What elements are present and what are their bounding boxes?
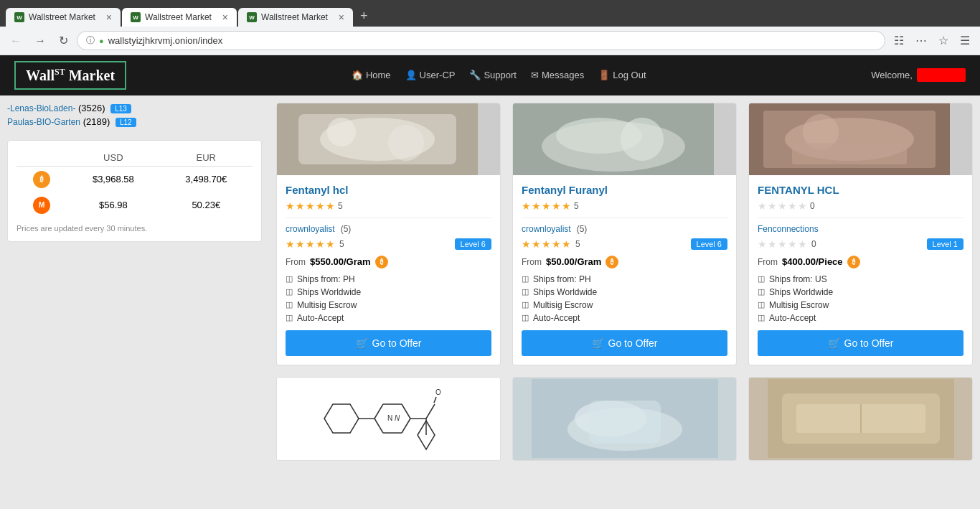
cart-icon-1: 🛒 <box>356 337 368 349</box>
price-box: USD EUR ₿ $3,968.58 3,498.70€ M <box>7 140 262 242</box>
chemical-structure-svg: N O N <box>296 379 482 458</box>
svg-line-24 <box>426 404 435 419</box>
browser-chrome: Wallstreet Market × Wallstreet Market × … <box>0 0 980 55</box>
price-amount-3: $400.00/Piece <box>782 256 843 267</box>
forward-button[interactable]: → <box>30 32 50 50</box>
reload-button[interactable]: ↻ <box>55 31 72 50</box>
bookmark-button[interactable]: ☆ <box>934 31 953 50</box>
powder-bag-svg <box>532 379 718 458</box>
product-image-2 <box>513 103 736 175</box>
page-layout: -Lenas-BioLaden- (3526) L13 Paulas-BIO-G… <box>0 95 980 468</box>
star-1-4: ★ <box>316 200 325 212</box>
svg-line-18 <box>402 404 410 419</box>
review-count-1: 5 <box>338 201 343 211</box>
go-to-offer-button-3[interactable]: 🛒 Go to Offer <box>758 330 963 356</box>
stars-3: ★ ★ ★ ★ ★ <box>758 200 807 212</box>
main-content: Fentanyl hcl ★ ★ ★ ★ ★ 5 crownloyali <box>269 95 980 468</box>
paulas-link[interactable]: Paulas-BIO-Garten <box>7 117 80 127</box>
bottom-card-2 <box>512 377 737 461</box>
star-1-3: ★ <box>306 200 315 212</box>
product-details-1: ◫ Ships from: PH ◫ Ships Worldwide ◫ Mul… <box>286 274 491 323</box>
svg-line-16 <box>374 404 383 419</box>
xmr-usd: $56.98 <box>67 192 159 218</box>
price-from-2: From <box>522 257 542 267</box>
product-details-3: ◫ Ships from: US ◫ Ships Worldwide ◫ Mul… <box>758 274 963 323</box>
svg-text:N: N <box>395 414 400 422</box>
star-1-1: ★ <box>286 200 295 212</box>
bottom-card-3 <box>748 377 973 461</box>
new-tab-button[interactable]: + <box>354 6 374 27</box>
secure-dot: ● <box>99 37 104 45</box>
product-grid: Fentanyl hcl ★ ★ ★ ★ ★ 5 crownloyali <box>276 103 973 365</box>
tab-close-3[interactable]: × <box>339 12 344 22</box>
review-count-2: 5 <box>574 201 579 211</box>
star-rating-2: ★ ★ ★ ★ ★ 5 <box>522 200 727 212</box>
seller-name-3[interactable]: Fenconnections <box>758 224 819 234</box>
auto-accept-3: ◫ Auto-Accept <box>758 313 963 323</box>
bottom-product-grid: N O N <box>276 377 973 461</box>
svg-rect-33 <box>589 401 661 444</box>
nav-logout[interactable]: 🚪 Log Out <box>598 70 646 80</box>
seller-review-1: 5 <box>339 239 344 249</box>
menu-button[interactable]: ☰ <box>956 31 974 50</box>
nav-user-cp[interactable]: 👤 User-CP <box>405 70 456 80</box>
price-amount-2: $50.00/Gram <box>546 256 601 267</box>
multisig-1: ◫ Multisig Escrow <box>286 300 491 310</box>
svg-point-3 <box>327 118 356 146</box>
bottom-card-1: N O N <box>276 377 501 461</box>
xmr-eur: 50.23€ <box>160 192 253 218</box>
price-row-2: From $50.00/Gram ₿ <box>522 256 727 268</box>
star-1-2: ★ <box>296 200 305 212</box>
nav-home[interactable]: 🏠 Home <box>352 70 391 80</box>
nav-messages[interactable]: ✉ Messages <box>531 70 584 80</box>
tab-favicon-1 <box>14 12 24 22</box>
product-title-3[interactable]: FENTANYL HCL <box>758 184 963 196</box>
sidebar-link-1: -Lenas-BioLaden- (3526) L13 <box>7 103 262 113</box>
xmr-icon: M <box>33 197 50 214</box>
seller-info-2: crownloyalist (5) <box>522 224 727 234</box>
svg-point-8 <box>621 118 664 161</box>
tab-bar: Wallstreet Market × Wallstreet Market × … <box>0 0 980 27</box>
sidebar-link-2: Paulas-BIO-Garten (2189) L12 <box>7 116 262 127</box>
auto-accept-icon-1: ◫ <box>286 313 293 322</box>
product-image-svg-1 <box>277 103 478 175</box>
tab-2[interactable]: Wallstreet Market × <box>122 8 237 27</box>
svg-line-19 <box>402 419 410 433</box>
btc-symbol-2: ₿ <box>606 256 618 268</box>
paulas-count: (2189) <box>83 116 110 127</box>
reader-button[interactable]: ☷ <box>890 31 908 50</box>
divider-3 <box>758 218 963 218</box>
tab-close-1[interactable]: × <box>106 12 112 22</box>
price-row-3: From $400.00/Piece ₿ <box>758 256 963 268</box>
seller-stars-3: ★ ★ ★ ★ ★ <box>758 238 807 250</box>
product-title-1[interactable]: Fentanyl hcl <box>286 184 491 196</box>
svg-text:N: N <box>387 414 392 422</box>
nav-support[interactable]: 🔧 Support <box>469 70 517 80</box>
xmr-row: M $56.98 50.23€ <box>17 192 253 218</box>
site-logo[interactable]: WallST Market <box>14 61 126 90</box>
product-title-2[interactable]: Fentanyl Furanyl <box>522 184 727 196</box>
tab-favicon-2 <box>131 12 141 22</box>
tab-close-2[interactable]: × <box>222 12 228 22</box>
address-bar[interactable]: ⓘ ● wallstyizjhkrvmj.onion/index <box>77 31 885 50</box>
ships-worldwide-icon-1: ◫ <box>286 287 293 296</box>
seller-name-1[interactable]: crownloyalist <box>286 224 335 234</box>
tab-favicon-3 <box>247 12 257 22</box>
seller-name-2[interactable]: crownloyalist <box>522 224 571 234</box>
nav-actions: ☷ ⋯ ☆ ☰ <box>890 31 974 50</box>
more-button[interactable]: ⋯ <box>911 31 931 50</box>
ships-from-1: ◫ Ships from: PH <box>286 274 491 284</box>
tab-1[interactable]: Wallstreet Market × <box>6 8 121 27</box>
lenas-link[interactable]: -Lenas-BioLaden- <box>7 103 75 113</box>
back-button[interactable]: ← <box>6 32 26 50</box>
sidebar: -Lenas-BioLaden- (3526) L13 Paulas-BIO-G… <box>0 95 269 468</box>
price-from-1: From <box>286 257 306 267</box>
go-to-offer-button-1[interactable]: 🛒 Go to Offer <box>286 330 491 356</box>
product-image-svg-2 <box>513 103 714 175</box>
tab-3[interactable]: Wallstreet Market × <box>238 8 353 27</box>
review-count-3: 0 <box>810 201 815 211</box>
go-to-offer-button-2[interactable]: 🛒 Go to Offer <box>522 330 727 356</box>
site-header: WallST Market 🏠 Home 👤 User-CP 🔧 Support… <box>0 55 980 95</box>
btc-symbol-3: ₿ <box>847 256 860 268</box>
powder-bag-image <box>513 378 736 460</box>
